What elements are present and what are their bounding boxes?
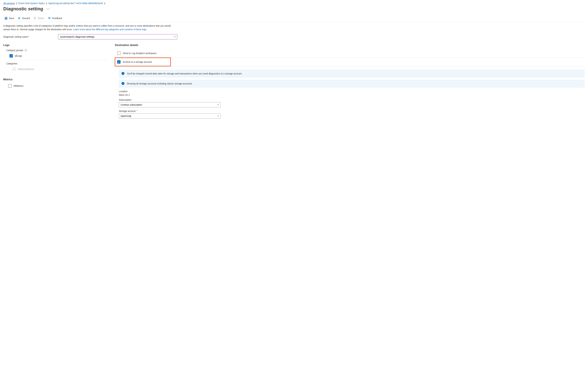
diagnostic-setting-name-row: Diagnostic setting name*: [3, 34, 585, 40]
subscription-selected-value: Contoso subscription: [121, 104, 142, 106]
subscription-label: Subscription: [119, 99, 585, 101]
chevron-right-icon: ❯: [16, 2, 18, 4]
breadcrumb-topic-resource[interactable]: topic01stg-811a624a-8a77-437e-89de-dfeb5…: [48, 2, 103, 5]
description-text: A diagnostic setting specifies a list of…: [3, 24, 176, 31]
archive-storage-label: Archive to a storage account: [123, 61, 152, 63]
save-button[interactable]: Save: [5, 16, 14, 20]
breadcrumb-event-grid-system-topics[interactable]: Event Grid System Topics: [19, 2, 45, 5]
storage-charge-info-banner: i You'll be charged normal data rates fo…: [119, 70, 585, 78]
discard-label: Discard: [22, 17, 30, 20]
page-title: Diagnostic setting ⋯: [3, 6, 585, 12]
learn-more-link[interactable]: Learn more about the different log categ…: [73, 28, 146, 31]
allmetrics-label: AllMetrics: [13, 85, 24, 87]
save-icon: [5, 17, 8, 20]
feedback-icon: [48, 17, 51, 20]
logs-heading: Logs: [3, 44, 108, 47]
storage-account-label: Storage account *: [119, 110, 585, 112]
alllogs-checkbox[interactable]: [10, 54, 13, 57]
alllogs-row: allLogs: [10, 53, 108, 58]
deliveryfailures-row: DeliveryFailures: [13, 67, 108, 72]
categories-label: Categories: [6, 62, 108, 65]
location-label: Location: [119, 90, 585, 93]
divider: [6, 60, 108, 60]
svg-rect-2: [5, 18, 7, 19]
command-bar: Save Discard Delete Feedback: [3, 12, 585, 22]
close-icon: [18, 17, 21, 20]
category-groups-text: Category groups: [6, 49, 23, 52]
archive-storage-checkbox[interactable]: [117, 60, 120, 64]
save-label: Save: [9, 17, 14, 20]
storage-accounts-info-banner: i Showing all storage accounts including…: [119, 80, 585, 88]
breadcrumb: All services ❯ Event Grid System Topics …: [3, 2, 585, 5]
send-log-analytics-checkbox[interactable]: [117, 52, 120, 55]
more-actions-button[interactable]: ⋯: [46, 7, 51, 11]
required-indicator: *: [136, 110, 137, 112]
allmetrics-checkbox[interactable]: [8, 84, 12, 88]
allmetrics-row: AllMetrics: [8, 83, 108, 89]
subscription-select[interactable]: Contoso subscription: [119, 102, 221, 108]
svg-point-3: [49, 17, 50, 18]
deliveryfailures-label: DeliveryFailures: [18, 68, 34, 70]
diagnostic-setting-name-input[interactable]: [58, 34, 177, 40]
storage-account-selected-value: topic01stg: [121, 115, 131, 117]
chevron-right-icon: ❯: [104, 2, 105, 4]
storage-charge-info-text: You'll be charged normal data rates for …: [127, 72, 242, 75]
breadcrumb-all-services[interactable]: All services: [3, 2, 15, 5]
alllogs-label: allLogs: [15, 54, 22, 57]
feedback-button[interactable]: Feedback: [48, 16, 62, 20]
storage-accounts-info-text: Showing all storage accounts including c…: [127, 82, 192, 85]
svg-rect-1: [5, 17, 6, 18]
info-icon[interactable]: i: [25, 49, 27, 51]
archive-storage-row: Archive to a storage account: [115, 58, 171, 66]
delete-label: Delete: [38, 17, 44, 20]
info-icon: i: [121, 82, 124, 85]
send-log-analytics-row: Send to Log Analytics workspace: [115, 49, 585, 58]
diagnostic-setting-name-label: Diagnostic setting name*: [3, 36, 56, 38]
metrics-heading: Metrics: [3, 78, 108, 81]
feedback-label: Feedback: [52, 17, 62, 20]
discard-button[interactable]: Discard: [18, 16, 30, 20]
destination-details-heading: Destination details: [115, 44, 585, 47]
storage-account-label-text: Storage account: [119, 110, 136, 112]
location-value: West US 2: [119, 94, 585, 96]
required-indicator: *: [28, 36, 29, 38]
trash-icon: [33, 17, 36, 20]
chevron-right-icon: ❯: [46, 2, 47, 4]
send-log-analytics-label: Send to Log Analytics workspace: [123, 52, 156, 54]
deliveryfailures-checkbox: [13, 68, 16, 71]
storage-account-select[interactable]: topic01stg: [119, 113, 221, 119]
info-icon: i: [121, 72, 124, 75]
page-title-text: Diagnostic setting: [3, 6, 43, 12]
name-label-text: Diagnostic setting name: [3, 36, 28, 38]
category-groups-label: Category groups i: [6, 49, 108, 52]
delete-button: Delete: [33, 16, 44, 20]
